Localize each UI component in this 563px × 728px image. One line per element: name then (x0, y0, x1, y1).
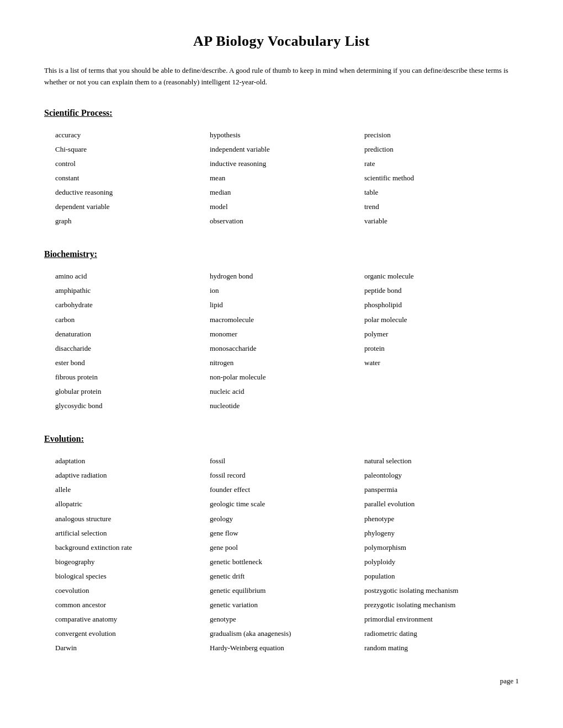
vocab-column-scientific-process-2: precisionpredictionratescientific method… (364, 129, 519, 228)
vocab-column-scientific-process-1: hypothesisindependent variableinductive … (210, 129, 364, 228)
vocab-item: hypothesis (210, 129, 364, 141)
vocab-item: monomer (210, 328, 364, 340)
vocab-item: adaptation (55, 455, 210, 467)
intro-paragraph: This is a list of terms that you should … (44, 65, 519, 88)
vocab-item: biogeography (55, 556, 210, 568)
vocab-item: phospholipid (364, 299, 519, 311)
vocab-item: protein (364, 342, 519, 355)
vocab-item: ion (210, 285, 364, 297)
vocab-item: amino acid (55, 270, 210, 282)
vocab-item: mean (210, 172, 364, 184)
vocab-item: fibrous protein (55, 371, 210, 383)
vocab-item: disaccharide (55, 342, 210, 355)
section-scientific-process: Scientific Process:accuracyChi-squarecon… (44, 108, 519, 228)
vocab-item: Hardy-Weinberg equation (210, 642, 364, 654)
vocab-column-biochemistry-0: amino acidamphipathiccarbohydratecarbond… (55, 270, 210, 412)
vocab-item: allele (55, 484, 210, 496)
vocab-item: ester bond (55, 357, 210, 369)
vocab-item: fossil (210, 455, 364, 467)
vocab-column-evolution-1: fossilfossil recordfounder effectgeologi… (210, 455, 364, 654)
vocab-item: gene flow (210, 527, 364, 539)
vocab-item: radiometric dating (364, 628, 519, 640)
vocab-column-scientific-process-0: accuracyChi-squarecontrolconstantdeducti… (55, 129, 210, 228)
vocab-item: variable (364, 215, 519, 227)
vocab-item: convergent evolution (55, 628, 210, 640)
vocab-item: non-polar molecule (210, 371, 364, 383)
vocab-item: comparative anatomy (55, 613, 210, 625)
vocab-item: scientific method (364, 172, 519, 184)
vocab-item: founder effect (210, 484, 364, 496)
vocab-item: amphipathic (55, 285, 210, 297)
vocab-item: paleontology (364, 469, 519, 481)
vocab-item: polar molecule (364, 314, 519, 326)
vocab-item: globular protein (55, 386, 210, 398)
vocab-item: geology (210, 513, 364, 525)
vocab-item: peptide bond (364, 285, 519, 297)
vocab-column-evolution-0: adaptationadaptive radiationalleleallopa… (55, 455, 210, 654)
vocab-item: prezygotic isolating mechanism (364, 599, 519, 611)
vocab-item: rate (364, 158, 519, 170)
vocab-item: geologic time scale (210, 498, 364, 510)
vocab-item: carbon (55, 314, 210, 326)
vocab-item: nitrogen (210, 357, 364, 369)
vocab-item: phenotype (364, 513, 519, 525)
vocab-item: glycosydic bond (55, 400, 210, 412)
vocab-item: genetic variation (210, 599, 364, 611)
vocab-item: table (364, 186, 519, 199)
vocab-item: polyploidy (364, 556, 519, 568)
vocab-item: water (364, 357, 519, 369)
vocab-item: prediction (364, 143, 519, 156)
vocab-item: primordial environment (364, 613, 519, 625)
vocab-item: genetic drift (210, 570, 364, 582)
vocab-column-biochemistry-2: organic moleculepeptide bondphospholipid… (364, 270, 519, 412)
vocab-item: nucleic acid (210, 386, 364, 398)
vocab-item: postzygotic isolating mechanism (364, 585, 519, 597)
vocab-item: denaturation (55, 328, 210, 340)
vocab-item: inductive reasoning (210, 158, 364, 170)
vocab-item: panspermia (364, 484, 519, 496)
vocab-item: analogous structure (55, 513, 210, 525)
vocab-item: fossil record (210, 469, 364, 481)
vocab-item: organic molecule (364, 270, 519, 282)
section-evolution: Evolution:adaptationadaptive radiational… (44, 434, 519, 654)
section-biochemistry: Biochemistry:amino acidamphipathiccarboh… (44, 249, 519, 412)
vocab-item: accuracy (55, 129, 210, 141)
vocab-item: model (210, 201, 364, 213)
section-title-scientific-process: Scientific Process: (44, 108, 519, 118)
vocab-item: trend (364, 201, 519, 213)
vocab-item: allopatric (55, 498, 210, 510)
vocab-item: nucleotide (210, 400, 364, 412)
vocab-item: dependent variable (55, 201, 210, 213)
page-title: AP Biology Vocabulary List (44, 33, 519, 50)
vocab-item: graph (55, 215, 210, 227)
vocab-item: independent variable (210, 143, 364, 156)
vocab-item: deductive reasoning (55, 186, 210, 199)
vocab-item: common ancestor (55, 599, 210, 611)
vocab-item: coevolution (55, 585, 210, 597)
vocab-item: lipid (210, 299, 364, 311)
vocab-item: control (55, 158, 210, 170)
vocab-item: carbohydrate (55, 299, 210, 311)
vocab-item: population (364, 570, 519, 582)
vocab-item: Chi-square (55, 143, 210, 156)
vocab-item: observation (210, 215, 364, 227)
vocab-column-biochemistry-1: hydrogen bondionlipidmacromoleculemonome… (210, 270, 364, 412)
vocab-item: gene pool (210, 542, 364, 554)
vocab-item: biological species (55, 570, 210, 582)
vocab-item: polymer (364, 328, 519, 340)
vocab-item: gradualism (aka anagenesis) (210, 628, 364, 640)
section-title-evolution: Evolution: (44, 434, 519, 444)
vocab-item: constant (55, 172, 210, 184)
vocab-item: precision (364, 129, 519, 141)
vocab-item: hydrogen bond (210, 270, 364, 282)
vocab-item: phylogeny (364, 527, 519, 539)
vocab-item: genetic equilibrium (210, 585, 364, 597)
vocab-item: monosaccharide (210, 342, 364, 355)
vocab-item: parallel evolution (364, 498, 519, 510)
vocab-item: Darwin (55, 642, 210, 654)
vocab-item: macromolecule (210, 314, 364, 326)
vocab-column-evolution-2: natural selectionpaleontologypanspermiap… (364, 455, 519, 654)
vocab-item: polymorphism (364, 542, 519, 554)
vocab-item: adaptive radiation (55, 469, 210, 481)
vocab-item: natural selection (364, 455, 519, 467)
